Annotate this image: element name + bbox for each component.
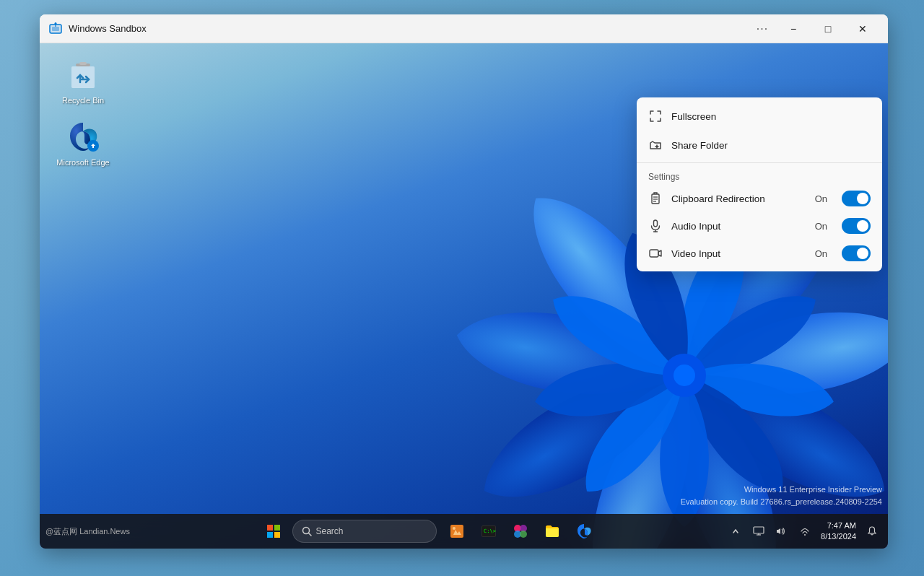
svg-rect-36 (654, 220, 658, 227)
audio-input-item[interactable]: Audio Input On (637, 212, 882, 240)
more-options-button[interactable]: ··· (749, 17, 775, 40)
menu-divider (637, 162, 882, 163)
svg-point-6 (674, 365, 695, 386)
svg-rect-30 (777, 530, 778, 533)
network-icon (799, 525, 811, 537)
svg-rect-13 (274, 525, 280, 531)
taskbar-clock[interactable]: 7:47 AM 8/13/2024 (818, 520, 859, 543)
audio-status: On (815, 221, 827, 232)
window-title: Windows Sandbox (69, 23, 749, 34)
search-bar[interactable]: Search (292, 520, 437, 543)
video-status: On (815, 248, 827, 259)
video-toggle[interactable] (842, 245, 871, 261)
desktop-icons: Recycle Bin (54, 58, 112, 168)
svg-rect-10 (79, 62, 87, 65)
clipboard-status: On (815, 193, 827, 204)
edge-image (66, 120, 100, 154)
context-menu: Fullscreen Share Folder (637, 97, 882, 271)
audio-label: Audio Input (671, 221, 806, 232)
fullscreen-menu-item[interactable]: Fullscreen (637, 102, 882, 131)
video-input-item[interactable]: Video Input On (637, 240, 882, 267)
notifications-button[interactable] (862, 521, 882, 541)
system-tray-expand-button[interactable] (725, 521, 746, 541)
window-controls: ··· − □ ✕ (749, 17, 879, 40)
svg-rect-12 (267, 525, 273, 531)
edge-label: Microsoft Edge (56, 157, 109, 167)
title-bar: Windows Sandbox ··· − □ ✕ (40, 14, 888, 43)
clock-time: 7:47 AM (821, 520, 856, 531)
svg-point-19 (453, 527, 456, 530)
clock-date: 8/13/2024 (821, 531, 856, 542)
svg-rect-14 (267, 532, 273, 538)
start-button[interactable] (261, 518, 287, 544)
sandbox-window-icon (48, 22, 63, 36)
microphone-icon (648, 219, 663, 233)
svg-text:C:\>: C:\> (484, 528, 496, 534)
settings-section-label: Settings (637, 166, 882, 185)
fullscreen-icon (648, 109, 663, 123)
audio-toggle[interactable] (842, 218, 871, 234)
sandbox-content: Recycle Bin (40, 43, 888, 549)
watermark-line1: Windows 11 Enterprise Insider Preview (681, 484, 882, 497)
svg-rect-18 (450, 525, 463, 538)
svg-line-17 (308, 533, 311, 536)
clipboard-icon (648, 191, 663, 206)
volume-button[interactable] (772, 521, 792, 541)
win11-wallpaper: Recycle Bin (40, 43, 888, 549)
bell-icon (867, 526, 877, 536)
monitor-icon (753, 525, 764, 537)
network-button[interactable] (795, 521, 815, 541)
share-folder-menu-item[interactable]: Share Folder (637, 131, 882, 160)
volume-icon (776, 525, 788, 537)
search-icon (302, 526, 312, 536)
share-folder-icon (648, 138, 663, 152)
watermark-line2: Evaluation copy. Build 27686.rs_prerelea… (681, 496, 882, 509)
taskbar-branding: @蓝点网 Landian.News (45, 526, 139, 537)
close-button[interactable]: ✕ (846, 17, 879, 40)
svg-rect-2 (52, 27, 59, 31)
taskbar-files-app[interactable] (538, 517, 567, 546)
sandbox-window: Windows Sandbox ··· − □ ✕ (40, 14, 888, 549)
taskbar-center: Search (139, 517, 720, 546)
share-folder-label: Share Folder (671, 140, 728, 151)
clipboard-toggle[interactable] (842, 191, 871, 206)
taskbar-edge-app[interactable] (570, 517, 598, 546)
minimize-button[interactable]: − (777, 17, 810, 40)
camera-icon (648, 246, 663, 261)
display-settings-button[interactable] (749, 521, 769, 541)
clipboard-redirection-item[interactable]: Clipboard Redirection On (637, 185, 882, 212)
microsoft-edge-icon[interactable]: Microsoft Edge (54, 120, 112, 167)
chevron-up-icon (732, 528, 739, 535)
svg-rect-27 (754, 527, 764, 533)
svg-rect-39 (650, 250, 658, 257)
recycle-bin-label: Recycle Bin (62, 95, 104, 105)
desktop-background: Windows Sandbox ··· − □ ✕ (0, 0, 924, 576)
svg-point-26 (520, 531, 527, 538)
watermark: Windows 11 Enterprise Insider Preview Ev… (681, 484, 882, 509)
svg-point-3 (55, 22, 57, 25)
maximize-button[interactable]: □ (811, 17, 845, 40)
clipboard-label: Clipboard Redirection (671, 193, 806, 204)
taskbar: @蓝点网 Landian.News (40, 514, 888, 549)
taskbar-paint-app[interactable] (443, 517, 471, 546)
svg-rect-15 (274, 532, 280, 538)
taskbar-app2[interactable]: C:\> (474, 517, 503, 546)
video-label: Video Input (671, 248, 806, 259)
recycle-bin-icon[interactable]: Recycle Bin (54, 58, 112, 105)
taskbar-colorfull-app[interactable] (506, 517, 535, 546)
fullscreen-label: Fullscreen (671, 111, 716, 122)
taskbar-right: 7:47 AM 8/13/2024 (720, 520, 882, 543)
recycle-bin-image (66, 58, 100, 92)
search-input-label: Search (316, 526, 344, 536)
